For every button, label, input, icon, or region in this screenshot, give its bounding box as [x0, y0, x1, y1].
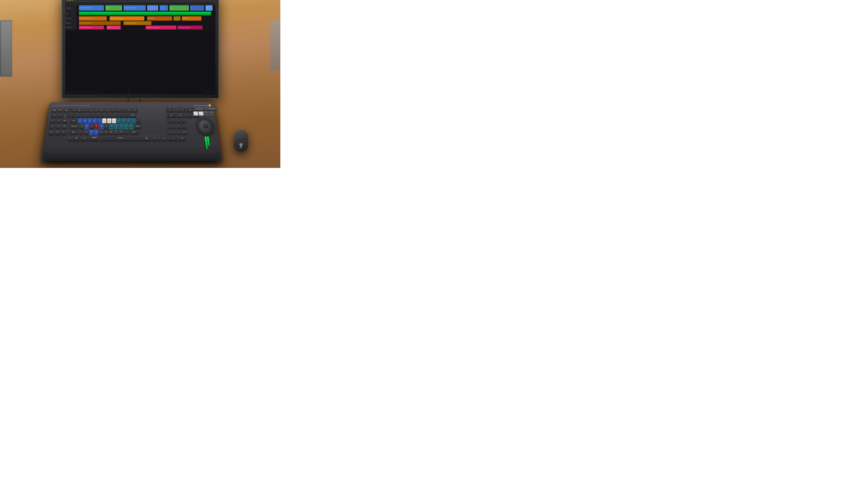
key-1[interactable]: 1 — [71, 113, 76, 118]
key-roll[interactable]: ROLL — [62, 118, 68, 123]
key-backslash[interactable]: \ — [136, 118, 140, 123]
audio-clip[interactable]: HYPERLIGHT_insper-A.wav — [79, 21, 121, 25]
key-b-blade[interactable]: BLADE B — [99, 130, 103, 135]
video-clip[interactable]: AMB... — [169, 5, 189, 11]
key-time-code[interactable]: TIME CODE — [166, 107, 173, 112]
key-delete[interactable]: DELETE — [129, 113, 136, 118]
key-bracket-left[interactable]: [ — [126, 118, 131, 123]
key-s-slip[interactable]: SLIP S — [84, 124, 89, 129]
key-src-o-wr[interactable]: SRC O/WP — [57, 113, 64, 118]
key-ctrl[interactable]: CTRL — [72, 136, 81, 141]
key-f8-owr[interactable]: F8 O/WR — [116, 108, 121, 112]
video-clip[interactable]: HYP_76... — [105, 5, 122, 11]
key-w-streamdeck[interactable]: STRM W — [82, 118, 87, 123]
key-trans-dur[interactable]: TRANS DUR — [61, 124, 67, 129]
key-num-6[interactable]: 6 — [176, 124, 182, 129]
key-z[interactable]: Z — [79, 130, 84, 135]
key-f11-ripl-del[interactable]: F11 RIPL DEL — [132, 108, 137, 112]
key-return[interactable]: RETURN — [134, 124, 141, 129]
maximize-dot[interactable] — [72, 0, 73, 1]
key-num-minus[interactable]: - — [181, 118, 186, 123]
key-8[interactable]: 8 — [105, 113, 109, 118]
video-clip[interactable]: HYP... — [190, 5, 204, 11]
key-3[interactable]: 3 — [81, 113, 86, 118]
key-quote[interactable]: LEFT ' — [129, 124, 133, 129]
video-clip[interactable]: HYP_T... — [160, 5, 168, 11]
key-e-retime[interactable]: RETIME E — [87, 118, 92, 123]
key-num-0[interactable]: 0 — [168, 136, 178, 141]
key-a-normal[interactable]: NORMAL A — [79, 124, 84, 129]
key-slip-src[interactable]: SLIP SRC — [49, 124, 55, 129]
key-shift-left[interactable]: SHIFT — [68, 130, 79, 135]
key-period-nudge-right[interactable]: NUDGE RIGHT . — [119, 130, 123, 135]
key-arrow-right[interactable]: ▶ — [162, 136, 167, 141]
key-h-hand[interactable]: HAND H — [104, 124, 108, 129]
key-command-left[interactable]: COMMAND ⌘ — [89, 136, 99, 141]
key-t[interactable]: T — [97, 118, 102, 123]
key-trim-out[interactable]: TRIM OUT — [56, 118, 62, 123]
key-shift-right[interactable]: SHIFT — [128, 130, 139, 135]
key-n-snap[interactable]: SNAP N — [104, 130, 108, 135]
key-4[interactable]: 4 — [86, 113, 90, 118]
key-place-on-top[interactable]: PLACE ON TOP — [50, 113, 57, 118]
key-u[interactable]: U — [107, 118, 111, 123]
key-7[interactable]: 7 — [100, 113, 105, 118]
key-comma-nudge-left[interactable]: NUDGE LEFT , — [114, 130, 118, 135]
key-small-4[interactable] — [209, 111, 214, 116]
key-f6-audio-only[interactable]: F6 AUDIO ONLY — [105, 108, 110, 112]
key-num-00[interactable]: 00 — [178, 136, 187, 141]
key-6[interactable]: 6 — [95, 113, 100, 118]
key-j[interactable]: J — [109, 124, 114, 129]
key-f4-swap[interactable]: F4 SWAP — [93, 108, 99, 112]
key-smth-cut[interactable]: SMTH CUT — [61, 130, 67, 135]
key-f1-insert-black[interactable]: F1 INSRT BLACK — [77, 108, 82, 112]
key-c-auto-color[interactable]: AUTO COLR C — [89, 130, 93, 135]
audio-clip[interactable]: HYPERLIGHT_insper-A.wav — [79, 16, 107, 21]
key-m-marker[interactable]: MARKER M — [109, 130, 114, 135]
audio-clip[interactable]: AMB_B100009... — [147, 16, 172, 21]
audio-clip[interactable]: HYPERLIGHT_insper-A.wav — [146, 25, 176, 30]
key-v[interactable]: V — [93, 130, 99, 135]
audio-clip[interactable]: HYPERLIGHT_insper-A.wav — [109, 16, 144, 21]
key-spacebar-stop-play[interactable]: STOP/PLAY — [100, 136, 141, 141]
key-f10-fit-to-fill[interactable]: F10 FIT TO FILL — [127, 108, 132, 112]
key-clip-name[interactable]: CLIP NAME — [186, 107, 194, 112]
audio-clip[interactable]: HYPERLIGHT... — [182, 16, 201, 21]
key-arrow-left[interactable]: ◀ — [152, 136, 156, 141]
key-trim-in[interactable]: TRIM IN — [50, 118, 56, 123]
key-append[interactable]: APPND — [57, 108, 63, 112]
key-trim-editor[interactable]: TRIM EDITOR — [166, 113, 176, 118]
key-small-2[interactable] — [199, 111, 204, 116]
key-esc[interactable]: ESC — [71, 108, 77, 112]
audio-clip[interactable]: HYPERLIGHT_insper-A.wav — [123, 21, 151, 25]
key-small-1[interactable] — [193, 111, 199, 116]
key-0[interactable]: 0 — [115, 113, 119, 118]
key-fytc[interactable]: FYTC — [184, 113, 192, 118]
key-f7-insert[interactable]: F7 INSERT — [110, 108, 116, 112]
key-k[interactable]: K — [114, 124, 119, 129]
key-l[interactable]: L — [119, 124, 123, 129]
audio-clip[interactable]: HYPERLIGHT_insper-A.wav — [79, 25, 104, 30]
key-num-3[interactable]: 3 — [177, 130, 182, 135]
minimize-dot[interactable] — [69, 0, 71, 1]
key-num-8[interactable]: 8 — [171, 118, 176, 123]
key-9[interactable]: 9 — [109, 113, 114, 118]
key-num-9[interactable]: 9 — [176, 118, 181, 123]
key-tilde[interactable]: ~ — [66, 113, 71, 118]
key-f5-video-only[interactable]: F5 VIDEO ONLY — [99, 108, 104, 112]
key-num-1[interactable]: 1 — [167, 130, 172, 135]
key-r-trim[interactable]: TRIM R — [92, 118, 97, 123]
key-bracket-right[interactable]: ] — [131, 118, 136, 123]
key-fn[interactable]: Fn — [67, 136, 72, 141]
key-f-flag[interactable]: FLAG F — [94, 124, 99, 129]
key-ripl-owr[interactable]: RIPL O/WR — [63, 108, 69, 112]
timeline-button[interactable]: TIMELINE — [205, 107, 217, 111]
key-5[interactable]: 5 — [90, 113, 95, 118]
key-num-2[interactable]: 2 — [172, 130, 177, 135]
close-dot[interactable] — [67, 0, 68, 1]
key-cut[interactable]: CUT — [48, 130, 54, 135]
key-arrow-down[interactable]: ▼ — [157, 136, 162, 141]
key-y[interactable]: Y — [102, 118, 106, 123]
key-slip-dest[interactable]: SLIP DEST — [55, 124, 61, 129]
key-num-4[interactable]: 4 — [167, 124, 172, 129]
